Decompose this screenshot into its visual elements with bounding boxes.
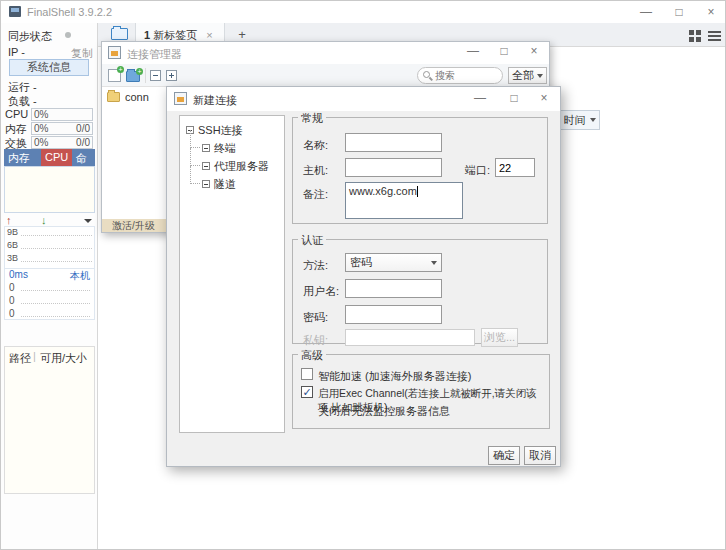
- swap-stat-extra: 0/0: [76, 137, 90, 148]
- private-key-field: [345, 329, 475, 346]
- tree-line: [190, 148, 200, 166]
- exec-channel-note: 关闭后无法监控服务器信息: [318, 404, 450, 419]
- smart-accel-checkbox[interactable]: [301, 368, 313, 380]
- network-menu-caret-icon[interactable]: [84, 219, 92, 223]
- net-scale-3b: 3B: [7, 253, 18, 263]
- main-minimize-button[interactable]: —: [633, 3, 659, 21]
- connection-manager-icon: [108, 46, 121, 59]
- ip-label: IP -: [8, 46, 25, 58]
- memo-field[interactable]: www.x6g.com: [345, 182, 463, 219]
- main-maximize-button[interactable]: □: [666, 3, 692, 21]
- filter-caret-icon: [537, 74, 543, 78]
- cpu-stat-label: CPU: [5, 108, 28, 120]
- dialog-maximize-button[interactable]: □: [501, 89, 527, 107]
- open-connections-folder-icon[interactable]: [111, 28, 128, 40]
- finalshell-app-icon: [9, 6, 21, 17]
- dialog-titlebar: 新建连接 — □ ×: [167, 87, 560, 111]
- private-key-label: 私钥:: [303, 333, 328, 348]
- memo-value: www.x6g.com: [349, 185, 417, 197]
- cm-toolbar: + + 全部: [102, 64, 549, 87]
- tree-item-label: 终端: [214, 141, 236, 156]
- memory-stat-extra: 0/0: [76, 123, 90, 134]
- username-field[interactable]: [345, 279, 442, 298]
- cpu-stat-value: 0%: [34, 109, 48, 120]
- tab-close-icon[interactable]: ×: [206, 29, 212, 41]
- dialog-title: 新建连接: [193, 93, 237, 108]
- tree-item-label: SSH连接: [198, 123, 243, 138]
- exec-channel-checkbox[interactable]: ✓: [301, 386, 313, 398]
- layout-grid-icon[interactable]: [689, 30, 701, 42]
- swap-stat-value: 0%: [34, 137, 48, 148]
- monitor-tab-memory[interactable]: 内存: [4, 149, 41, 166]
- dialog-icon: [174, 92, 187, 105]
- tree-collapse-icon[interactable]: [202, 180, 210, 188]
- cpu-stat-field: 0%: [31, 108, 93, 121]
- search-icon: [423, 71, 430, 78]
- method-value: 密码: [350, 255, 372, 270]
- cm-close-button[interactable]: ×: [521, 42, 547, 60]
- sync-status-label: 同步状态: [8, 29, 52, 44]
- host-label: 主机:: [303, 163, 328, 178]
- tree-collapse-icon[interactable]: [202, 162, 210, 170]
- system-info-button[interactable]: 系统信息: [9, 59, 89, 76]
- monitor-tabs: 内存 CPU 命令: [4, 149, 95, 166]
- auth-groupbox: 认证 方法: 密码 用户名: 密码: 私钥: 浏览...: [292, 239, 548, 344]
- disk-panel: 路径 | 可用/大小: [4, 346, 95, 494]
- ping-row-value: 0: [9, 295, 15, 306]
- finalshell-main-window: FinalShell 3.9.2.2 — □ × 同步状态 IP - 复制 系统…: [0, 0, 726, 550]
- port-label: 端口:: [465, 163, 490, 178]
- browse-button: 浏览...: [481, 328, 518, 347]
- memo-label: 备注:: [303, 187, 328, 202]
- cm-minimize-button[interactable]: —: [460, 42, 486, 60]
- password-field[interactable]: [345, 305, 442, 324]
- disk-col-path: 路径: [9, 351, 31, 366]
- method-dropdown[interactable]: 密码: [345, 253, 442, 272]
- name-field[interactable]: [345, 133, 442, 152]
- tree-item-label: 代理服务器: [214, 159, 269, 174]
- tree-collapse-icon[interactable]: [202, 144, 210, 152]
- tab-label: 新标签页: [153, 29, 197, 41]
- host-field[interactable]: [345, 158, 442, 177]
- search-input[interactable]: [435, 68, 499, 82]
- tree-line: [190, 166, 200, 184]
- main-close-button[interactable]: ×: [698, 3, 724, 21]
- expand-all-icon[interactable]: [166, 70, 177, 81]
- folder-icon: [107, 92, 120, 102]
- collapse-all-icon[interactable]: [150, 70, 161, 81]
- net-scale-6b: 6B: [7, 240, 18, 250]
- monitor-tab-cpu[interactable]: CPU: [41, 149, 72, 166]
- network-speed-chart: 9B 6B 3B: [4, 226, 95, 269]
- download-arrow-icon: ↓: [41, 214, 47, 226]
- new-folder-icon[interactable]: +: [126, 71, 140, 82]
- connection-folder-item[interactable]: conn: [107, 91, 149, 103]
- cm-activate-upgrade-link[interactable]: 激活/升级: [112, 220, 155, 231]
- sync-status-dot: [65, 32, 71, 38]
- upload-arrow-icon: ↑: [6, 214, 12, 226]
- load-label: 负载 -: [8, 94, 37, 109]
- ping-host[interactable]: 本机: [70, 269, 90, 283]
- cm-maximize-button[interactable]: □: [491, 42, 517, 60]
- ok-button[interactable]: 确定: [488, 446, 520, 465]
- method-label: 方法:: [303, 258, 328, 273]
- port-field[interactable]: [495, 158, 535, 177]
- sort-by-time-button[interactable]: 时间: [559, 110, 600, 130]
- monitor-tab-command[interactable]: 命令: [72, 149, 95, 166]
- tree-item-tunnel[interactable]: 隧道: [180, 175, 284, 193]
- search-box[interactable]: [417, 67, 503, 84]
- tab-index: 1: [144, 29, 150, 41]
- text-cursor: [417, 186, 418, 197]
- advanced-group-title: 高级: [298, 348, 326, 363]
- new-connection-icon[interactable]: +: [108, 69, 121, 82]
- menu-icon[interactable]: [708, 31, 721, 33]
- disk-col-divider: |: [33, 350, 36, 362]
- net-scale-9b: 9B: [7, 227, 18, 237]
- new-connection-dialog: 新建连接 — □ × SSH连接 终端 代理服务器: [166, 86, 561, 467]
- sort-caret-icon: [590, 118, 596, 122]
- dialog-minimize-button[interactable]: —: [467, 89, 493, 107]
- dialog-close-button[interactable]: ×: [531, 89, 557, 107]
- swap-stat-field: 0% 0/0: [31, 136, 93, 149]
- filter-dropdown[interactable]: 全部: [508, 67, 547, 84]
- cancel-button[interactable]: 取消: [524, 446, 556, 465]
- filter-label: 全部: [512, 68, 534, 83]
- tree-item-label: 隧道: [214, 177, 236, 192]
